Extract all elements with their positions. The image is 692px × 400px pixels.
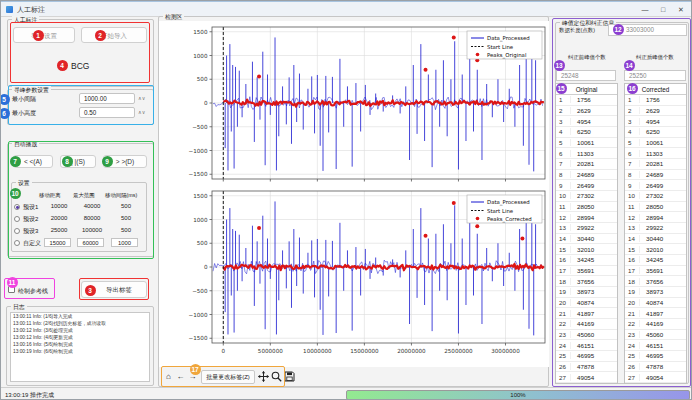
original-table-row[interactable]: 1027302 [556,191,617,202]
corrected-peaks-table[interactable]: Corrected 117562262934954462505100616113… [624,83,687,384]
forward-icon[interactable]: → [187,370,198,383]
maximize-button[interactable]: □ [655,4,671,16]
original-table-row[interactable]: 1938973 [556,287,617,298]
corrected-table-row[interactable]: 2345060 [625,330,686,341]
preset-radio[interactable] [14,204,20,210]
corrected-table-row[interactable]: 34954 [625,116,686,127]
charts-figure[interactable]: −1500−1000−500050010001500Data_Processed… [159,21,549,367]
autoplay-forward-button[interactable]: > >(D) [103,155,147,168]
corrected-table-row[interactable]: 1027302 [625,191,686,202]
original-table-row[interactable]: 2244169 [556,319,617,330]
corrected-table-row[interactable]: 2244169 [625,319,686,330]
original-table-row[interactable]: 1532010 [556,244,617,255]
corrected-table-row[interactable]: 1634245 [625,255,686,266]
back-icon[interactable]: ← [175,370,186,383]
corrected-table-row[interactable]: 2040874 [625,298,686,309]
corrected-table-row[interactable]: 1532010 [625,244,686,255]
log-line: 13:00:12 Info: (3/6)处理完成 [11,327,149,334]
corrected-table-row[interactable]: 1837656 [625,276,686,287]
original-table-row[interactable]: 1430440 [556,234,617,245]
original-table-row[interactable]: 2345060 [556,330,617,341]
corrected-table-row[interactable]: 1938973 [625,287,686,298]
original-table-row[interactable]: 2141897 [556,308,617,319]
autoplay-back-button[interactable]: < <(A) [13,155,53,168]
corrected-table-row[interactable]: 1735691 [625,266,686,277]
import-settings-button[interactable]: 导入设置 [13,27,75,43]
original-table-row[interactable]: 2546995 [556,351,617,362]
corrected-table-row[interactable]: 22629 [625,106,686,117]
min-height-spinner-arrows[interactable]: ∧∨ [138,109,145,115]
reference-line-checkbox[interactable] [8,286,15,293]
corrected-table-row[interactable]: 46250 [625,127,686,138]
row-index: 3 [556,118,571,125]
corrected-table-row[interactable]: 1228994 [625,212,686,223]
corrected-table-row[interactable]: 1430440 [625,234,686,245]
row-index: 20 [625,299,640,306]
close-button[interactable]: ✕ [673,4,689,16]
peak-sample-value: 4954 [640,118,686,125]
start-import-button[interactable]: 开始导入 [81,27,147,43]
corrected-table-row[interactable]: 2141897 [625,308,686,319]
log-line: 13:00:11 Info: (1/6)导入完成 [11,313,149,320]
preset-radio[interactable] [14,228,20,234]
window-title: 人工标注 [17,5,45,15]
original-table-row[interactable]: 22629 [556,106,617,117]
min-interval-spinner-arrows[interactable]: ∧∨ [138,95,145,101]
corrected-table-row[interactable]: 1128050 [625,202,686,213]
corrected-table-row[interactable]: 2546995 [625,351,686,362]
peak-sample-value: 35691 [571,267,617,274]
save-icon[interactable] [284,371,295,382]
original-table-row[interactable]: 34954 [556,116,617,127]
export-labels-button[interactable]: 导出标签 [81,281,147,298]
row-index: 21 [556,310,571,317]
row-index: 10 [625,192,640,199]
corrected-table-row[interactable]: 926499 [625,180,686,191]
batch-change-labels-button[interactable]: 批量更改标签(Z) [201,370,255,384]
original-table-row[interactable]: 2647878 [556,362,617,373]
row-index: 5 [625,139,640,146]
autoplay-pause-button[interactable]: | |(S) [60,155,96,168]
corrected-table-row[interactable]: 510061 [625,138,686,149]
original-table-row[interactable]: 1634245 [556,255,617,266]
corrected-table-row[interactable]: 824689 [625,170,686,181]
preset-radio[interactable] [14,240,20,246]
pan-icon[interactable] [258,371,269,382]
original-table-row[interactable]: 1735691 [556,266,617,277]
corrected-table-row[interactable]: 720281 [625,159,686,170]
original-table-row[interactable]: 11756 [556,95,617,106]
original-peaks-table[interactable]: Original 1175622629349544625051006161130… [555,83,618,384]
zoom-icon[interactable] [271,371,282,382]
original-table-row[interactable]: 926499 [556,180,617,191]
original-table-row[interactable]: 2446151 [556,340,617,351]
min-height-spinbox[interactable]: 0.50 [79,107,135,118]
preset-value-1[interactable]: 60000 [77,238,104,247]
preset-value-1: 100000 [77,227,107,233]
corrected-table-row[interactable]: 11756 [625,95,686,106]
corrected-table-row[interactable]: 611303 [625,148,686,159]
original-table-row[interactable]: 1128050 [556,202,617,213]
min-interval-spinbox[interactable]: 1000.00 [79,93,135,104]
corrected-table-row[interactable]: 2446151 [625,340,686,351]
preset-value-0[interactable]: 15000 [44,238,71,247]
original-table-row[interactable]: 46250 [556,127,617,138]
preset-radio[interactable] [14,216,20,222]
original-table-row[interactable]: 720281 [556,159,617,170]
corrected-table-row[interactable]: 1329922 [625,223,686,234]
original-table-row[interactable]: 611303 [556,148,617,159]
original-table-row[interactable]: 1837656 [556,276,617,287]
row-index: 24 [556,342,571,349]
home-icon[interactable]: ⌂ [163,370,174,383]
original-table-row[interactable]: 1329922 [556,223,617,234]
row-index: 19 [625,288,640,295]
corrected-table-row[interactable]: 2647878 [625,362,686,373]
preset-value-2[interactable]: 1000 [111,238,138,247]
minimize-button[interactable]: — [637,4,653,16]
corrected-table-row[interactable]: 2749054 [625,372,686,383]
log-textarea[interactable]: 13:00:11 Info: (1/6)导入完成13:00:11 Info: (… [10,312,150,382]
original-table-row[interactable]: 2749054 [556,372,617,383]
original-table-row[interactable]: 2040874 [556,298,617,309]
original-table-row[interactable]: 1228994 [556,212,617,223]
original-table-row[interactable]: 824689 [556,170,617,181]
progress-label: 100% [347,391,689,400]
original-table-row[interactable]: 510061 [556,138,617,149]
